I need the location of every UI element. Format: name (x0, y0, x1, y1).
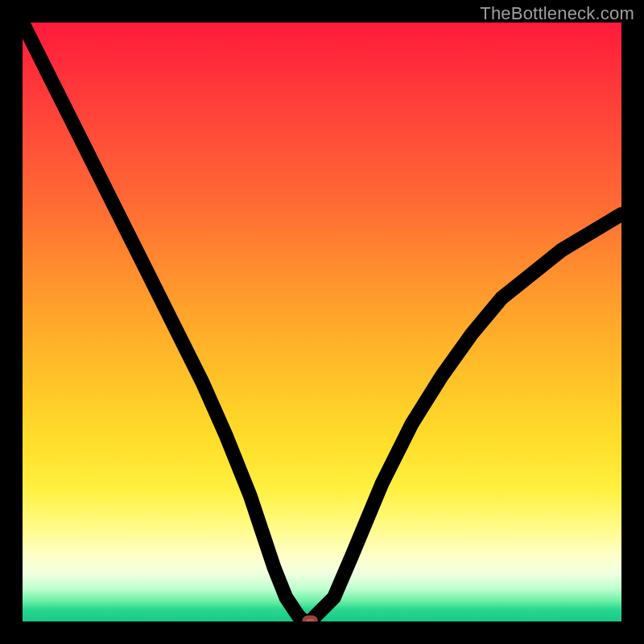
chart-frame: TheBottleneck.com (0, 0, 644, 644)
curve-path (23, 23, 621, 621)
optimum-marker (304, 617, 316, 621)
plot-area (23, 23, 621, 621)
bottleneck-curve (23, 23, 621, 621)
watermark-text: TheBottleneck.com (480, 3, 634, 24)
